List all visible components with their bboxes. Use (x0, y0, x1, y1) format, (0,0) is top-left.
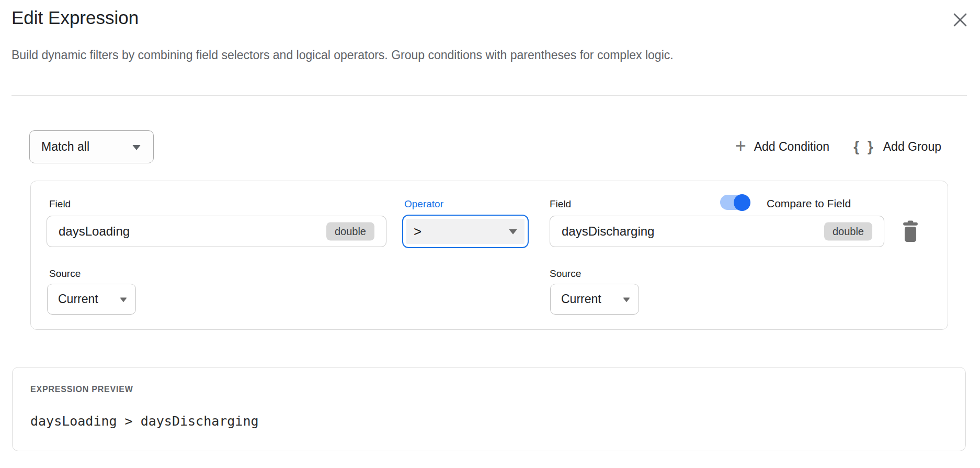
add-group-button[interactable]: { } Add Group (853, 140, 941, 154)
right-source-select[interactable]: Current (550, 284, 639, 315)
operator-select-inner: > (406, 219, 525, 244)
right-source-label: Source (550, 268, 581, 280)
expression-preview-card: EXPRESSION PREVIEW daysLoading > daysDis… (12, 367, 966, 451)
chevron-down-icon (509, 229, 517, 235)
chevron-down-icon (120, 297, 127, 302)
compare-to-field-label: Compare to Field (767, 197, 851, 210)
operator-value: > (406, 224, 421, 240)
chevron-down-icon (132, 144, 141, 150)
left-field-type-badge: double (326, 222, 374, 241)
page-title: Edit Expression (12, 7, 139, 28)
right-field-value: daysDischarging (550, 224, 654, 239)
match-mode-select[interactable]: Match all (29, 130, 154, 163)
condition-row-card: Field Operator Field Compare to Field da… (30, 181, 948, 330)
left-source-select[interactable]: Current (47, 284, 136, 315)
right-field-type-badge: double (824, 222, 872, 241)
add-group-label: Add Group (883, 140, 941, 154)
close-icon (952, 12, 968, 28)
operator-label: Operator (404, 198, 443, 210)
left-field-value: daysLoading (47, 224, 130, 239)
toggle-knob-icon (734, 194, 750, 211)
toolbar-actions: + Add Condition { } Add Group (735, 130, 941, 163)
add-condition-label: Add Condition (754, 140, 830, 154)
left-source-label: Source (49, 268, 81, 280)
right-field-input[interactable]: daysDischarging double (550, 216, 884, 247)
plus-icon: + (735, 137, 746, 155)
left-source-value: Current (48, 292, 98, 306)
dialog-description: Build dynamic filters by combining field… (12, 48, 674, 62)
delete-condition-button[interactable] (899, 219, 922, 244)
operator-select[interactable]: > (402, 215, 529, 248)
match-mode-value: Match all (30, 140, 89, 154)
braces-icon: { } (853, 139, 875, 154)
left-field-label: Field (49, 198, 71, 210)
expression-preview-code: daysLoading > daysDischarging (30, 414, 259, 429)
edit-expression-dialog: Edit Expression Build dynamic filters by… (0, 0, 980, 468)
close-button[interactable] (950, 9, 971, 30)
chevron-down-icon (623, 297, 630, 302)
right-source-value: Current (551, 292, 601, 306)
add-condition-button[interactable]: + Add Condition (735, 138, 830, 155)
trash-icon (902, 220, 919, 242)
expression-preview-heading: EXPRESSION PREVIEW (30, 385, 133, 394)
left-field-input[interactable]: daysLoading double (47, 216, 386, 247)
compare-to-field-toggle[interactable] (720, 195, 748, 210)
right-field-label: Field (550, 198, 571, 210)
divider (12, 95, 967, 96)
